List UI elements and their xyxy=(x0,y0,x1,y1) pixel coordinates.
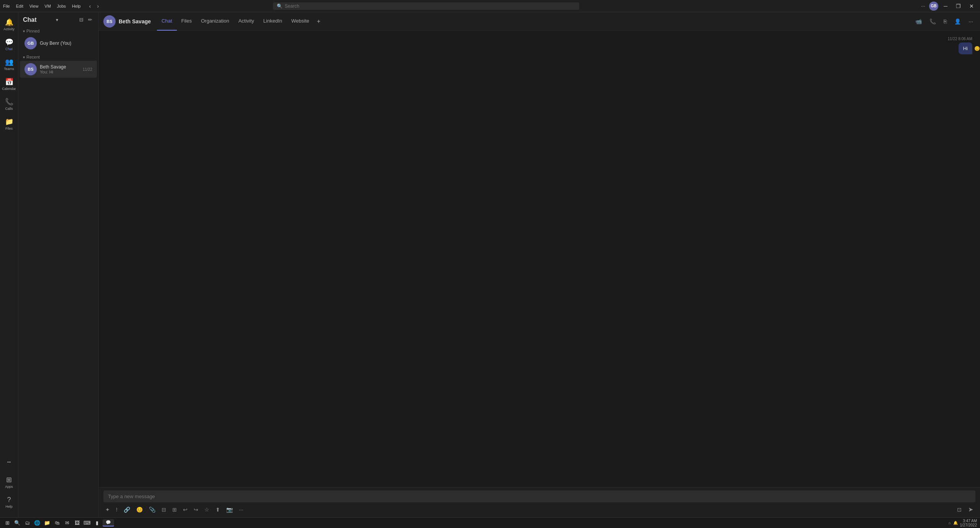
share-button[interactable]: ⎘ xyxy=(941,17,949,26)
chat-info: Beth Savage You: Hi xyxy=(40,64,80,74)
activity-icon: 🔔 xyxy=(5,18,13,26)
contact-name[interactable]: Beth Savage xyxy=(119,18,151,24)
more-actions-button[interactable]: ··· xyxy=(966,17,975,26)
people-button[interactable]: 👤 xyxy=(952,17,963,26)
minimize-button[interactable]: ─ xyxy=(941,2,951,10)
taskbar-browser[interactable]: 🌐 xyxy=(33,519,41,527)
taskbar-start: ⊞ 🔍 🗂 🌐 📁 🛍 ✉ 🖼 ⌨ ▮ 💬 xyxy=(3,519,114,527)
menu-help[interactable]: Help xyxy=(72,4,81,8)
rail-bottom: ••• ⊞ Apps ? Help xyxy=(2,453,17,514)
sidebar-item-teams[interactable]: 👥 Teams xyxy=(2,55,17,73)
nav-back-button[interactable]: ‹ xyxy=(87,2,93,10)
taskbar-folder[interactable]: 📁 xyxy=(43,519,51,527)
emoji-button[interactable]: 😊 xyxy=(134,505,145,514)
menu-file[interactable]: File xyxy=(3,4,10,8)
sidebar-item-apps[interactable]: ⊞ Apps xyxy=(2,473,17,491)
notification-icon[interactable]: 🔔 xyxy=(953,521,958,525)
important-button[interactable]: ! xyxy=(114,505,119,514)
search-bar[interactable]: 🔍 xyxy=(273,2,579,10)
sidebar-item-calendar[interactable]: 📅 Calendar xyxy=(2,75,17,93)
attach-button[interactable]: 📎 xyxy=(147,505,157,514)
sidebar: Chat ▾ ⊟ ✏ ▾ Pinned GB Guy Benr (You) ▾ … xyxy=(18,12,99,517)
video-call-button[interactable]: 📹 xyxy=(913,17,924,26)
sidebar-item-activity[interactable]: 🔔 Activity xyxy=(2,15,17,34)
more-toolbar-button[interactable]: ··· xyxy=(237,505,245,514)
user-avatar[interactable]: GB xyxy=(929,2,938,11)
menu-jobs[interactable]: Jobs xyxy=(57,4,66,8)
format-text-button[interactable]: ⊡ xyxy=(955,505,964,514)
taskbar-store[interactable]: 🛍 xyxy=(53,519,61,527)
taskbar-photos[interactable]: 🖼 xyxy=(73,519,81,527)
composer-input-row[interactable] xyxy=(103,491,975,502)
taskbar-file-explorer[interactable]: 🗂 xyxy=(23,519,31,527)
sidebar-item-help[interactable]: ? Help xyxy=(2,493,17,511)
send-button[interactable]: ➤ xyxy=(966,505,975,514)
search-icon: 🔍 xyxy=(277,3,283,9)
start-button[interactable]: ⊞ xyxy=(3,519,11,527)
recent-chevron[interactable]: ▾ xyxy=(23,55,25,59)
list-item[interactable]: GB Guy Benr (You) xyxy=(20,35,97,52)
taskbar-search[interactable]: 🔍 xyxy=(13,519,21,527)
sidebar-item-calls[interactable]: 📞 Calls xyxy=(2,95,17,113)
filter-button[interactable]: ⊟ xyxy=(78,16,85,23)
add-tab-button[interactable]: + xyxy=(314,12,323,31)
teams-taskbar-icon: 💬 xyxy=(106,520,111,525)
link-button[interactable]: 🔗 xyxy=(122,505,132,514)
title-bar: File Edit View VM Jobs Help ‹ › 🔍 ··· GB… xyxy=(0,0,980,12)
taskbar-code[interactable]: ⌨ xyxy=(83,519,91,527)
sidebar-title-chevron[interactable]: ▾ xyxy=(56,17,58,23)
restore-button[interactable]: ❐ xyxy=(953,2,964,10)
upload-button[interactable]: ⬆ xyxy=(214,505,222,514)
app-body: 🔔 Activity 💬 Chat 👥 Teams 📅 Calendar 📞 C… xyxy=(0,12,980,517)
audio-call-button[interactable]: 📞 xyxy=(927,17,938,26)
menu-bar: File Edit View VM Jobs Help xyxy=(3,4,81,8)
search-input[interactable] xyxy=(285,3,575,9)
tab-organization[interactable]: Organization xyxy=(196,12,234,31)
chat-preview: You: Hi xyxy=(40,70,80,74)
message-text: Hi xyxy=(963,46,968,51)
files-icon: 📁 xyxy=(5,117,13,126)
help-label: Help xyxy=(5,505,13,508)
camera-button[interactable]: 📷 xyxy=(224,505,235,514)
format-button[interactable]: ✦ xyxy=(103,505,112,514)
sidebar-item-chat[interactable]: 💬 Chat xyxy=(2,35,17,54)
menu-edit[interactable]: Edit xyxy=(16,4,23,8)
tab-linkedin[interactable]: LinkedIn xyxy=(259,12,287,31)
redo-button[interactable]: ↪ xyxy=(192,505,200,514)
sidebar-item-more[interactable]: ••• xyxy=(2,453,17,471)
taskbar-teams[interactable]: 💬 xyxy=(103,519,114,526)
tab-website[interactable]: Website xyxy=(287,12,314,31)
nav-forward-button[interactable]: › xyxy=(95,2,101,10)
taskbar-clock[interactable]: 3:47 AM 1/27/2022 xyxy=(960,519,977,527)
tab-chat[interactable]: Chat xyxy=(157,12,176,31)
menu-view[interactable]: View xyxy=(29,4,39,8)
loop-button[interactable]: ⊟ xyxy=(160,505,168,514)
apps-label: Apps xyxy=(5,485,13,489)
message-reaction-icon[interactable]: 😊 xyxy=(974,46,980,51)
taskbar-systray: ⌂ 🔔 3:47 AM 1/27/2022 xyxy=(948,519,977,527)
close-button[interactable]: ✕ xyxy=(966,2,977,10)
undo-button[interactable]: ↩ xyxy=(181,505,189,514)
systray-icon[interactable]: ⌂ xyxy=(948,521,951,525)
tab-activity[interactable]: Activity xyxy=(234,12,259,31)
compose-button[interactable]: ✏ xyxy=(87,16,94,23)
more-options-icon[interactable]: ··· xyxy=(920,3,927,9)
recent-section-label: ▾ Recent xyxy=(18,52,98,61)
bookmark-button[interactable]: ☆ xyxy=(203,505,211,514)
taskbar-mail[interactable]: ✉ xyxy=(63,519,71,527)
menu-vm[interactable]: VM xyxy=(44,4,51,8)
sidebar-item-files[interactable]: 📁 Files xyxy=(2,115,17,133)
contact-avatar: BS xyxy=(103,15,116,28)
help-icon: ? xyxy=(7,496,11,504)
taskbar-terminal[interactable]: ▮ xyxy=(93,519,101,527)
list-item[interactable]: BS Beth Savage You: Hi 11/22 xyxy=(20,61,97,78)
whiteboard-button[interactable]: ⊞ xyxy=(170,505,179,514)
tab-files[interactable]: Files xyxy=(177,12,196,31)
sidebar-header: Chat ▾ ⊟ ✏ xyxy=(18,12,98,26)
chat-name: Guy Benr (You) xyxy=(40,41,92,46)
calendar-label: Calendar xyxy=(2,87,16,91)
left-rail: 🔔 Activity 💬 Chat 👥 Teams 📅 Calendar 📞 C… xyxy=(0,12,18,517)
recent-label: Recent xyxy=(26,55,40,59)
pinned-chevron[interactable]: ▾ xyxy=(23,29,25,33)
message-input[interactable] xyxy=(108,494,971,499)
